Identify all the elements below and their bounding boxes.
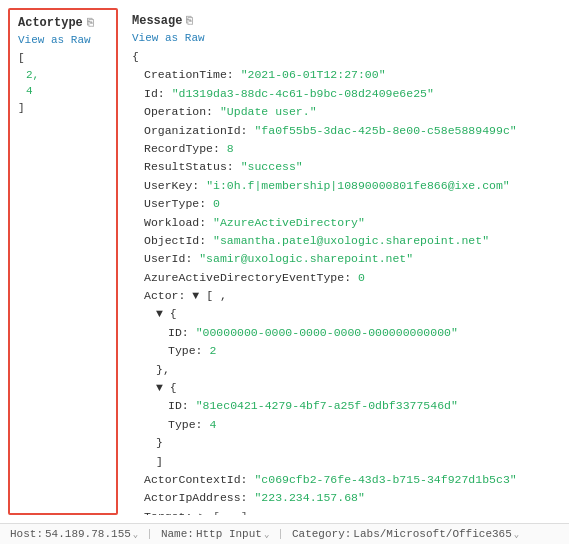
left-panel-view-raw-link[interactable]: View as Raw [18, 34, 108, 46]
footer-category-value: Labs/Microsoft/Office365 [353, 528, 511, 540]
user-type-val: 0 [213, 197, 220, 210]
json-object-id: ObjectId: "samantha.patel@uxologic.share… [132, 232, 553, 250]
azure-event-val: 0 [358, 271, 365, 284]
actor-obj1-close: }, [132, 361, 553, 379]
actor-comma: , [220, 289, 227, 302]
actor-type2: Type: 4 [132, 416, 553, 434]
json-azure-event: AzureActiveDirectoryEventType: 0 [132, 269, 553, 287]
actor-id1-val: "00000000-0000-0000-0000-000000000000" [196, 326, 458, 339]
name-chevron-icon: ⌄ [264, 529, 269, 540]
main-content: Actortype ⎘ View as Raw [ 2, 4 ] Message… [0, 0, 569, 523]
json-actor-ip: ActorIpAddress: "223.234.157.68" [132, 489, 553, 507]
footer-category[interactable]: Category: Labs/Microsoft/Office365 ⌄ [292, 528, 519, 540]
footer-host-label: Host: [10, 528, 43, 540]
actor-obj2-close: } [132, 434, 553, 452]
workload-key: Workload: [144, 216, 206, 229]
actor-key: Actor: [144, 289, 185, 302]
actor-id2-key: ID: [168, 399, 189, 412]
actor-context-key: ActorContextId: [144, 473, 248, 486]
json-id: Id: "d1319da3-88dc-4c61-b9bc-08d2409e6e2… [132, 85, 553, 103]
footer-host[interactable]: Host: 54.189.78.155 ⌄ [10, 528, 138, 540]
footer-name[interactable]: Name: Http Input ⌄ [161, 528, 269, 540]
footer-sep-2: | [277, 528, 284, 540]
json-user-id: UserId: "samir@uxologic.sharepoint.net" [132, 250, 553, 268]
json-result-status: ResultStatus: "success" [132, 158, 553, 176]
json-actor-context: ActorContextId: "c069cfb2-76fe-43d3-b715… [132, 471, 553, 489]
actor-obj1-open[interactable]: ▼ { [132, 305, 553, 323]
category-chevron-icon: ⌄ [514, 529, 519, 540]
right-panel-title: Message ⎘ [132, 14, 553, 28]
user-key-val: "i:0h.f|membership|10890000801fe866@ixe.… [206, 179, 510, 192]
left-panel-code: [ 2, 4 ] [18, 50, 108, 116]
workload-val: "AzureActiveDirectory" [213, 216, 365, 229]
azure-event-key: AzureActiveDirectoryEventType: [144, 271, 351, 284]
json-record-type: RecordType: 8 [132, 140, 553, 158]
id-val: "d1319da3-88dc-4c61-b9bc-08d2409e6e25" [172, 87, 434, 100]
left-panel-copy-icon[interactable]: ⎘ [87, 17, 94, 29]
actor-obj2-open[interactable]: ▼ { [132, 379, 553, 397]
footer-name-label: Name: [161, 528, 194, 540]
result-status-val: "success" [241, 160, 303, 173]
actor-ip-key: ActorIpAddress: [144, 491, 248, 504]
actor-ip-val: "223.234.157.68" [254, 491, 364, 504]
json-open-brace: { [132, 48, 553, 66]
right-panel: Message ⎘ View as Raw { CreationTime: "2… [124, 8, 561, 515]
json-operation: Operation: "Update user." [132, 103, 553, 121]
actor-id2: ID: "81ec0421-4279-4bf7-a25f-0dbf3377546… [132, 397, 553, 415]
json-workload: Workload: "AzureActiveDirectory" [132, 214, 553, 232]
actor-type1-key: Type: [168, 344, 203, 357]
left-panel-title-text: Actortype [18, 16, 83, 30]
actor-id2-val: "81ec0421-4279-4bf7-a25f-0dbf3377546d" [196, 399, 458, 412]
actor-type1: Type: 2 [132, 342, 553, 360]
record-type-val: 8 [227, 142, 234, 155]
result-status-key: ResultStatus: [144, 160, 234, 173]
id-key: Id: [144, 87, 165, 100]
left-value-1: 2, [18, 67, 108, 84]
actor-bracket-close: ] [132, 453, 553, 471]
footer: Host: 54.189.78.155 ⌄ | Name: Http Input… [0, 523, 569, 544]
target-val[interactable]: ▶ [ … ] [199, 510, 247, 515]
actor-context-val: "c069cfb2-76fe-43d3-b715-34f927d1b5c3" [254, 473, 516, 486]
json-block: { CreationTime: "2021-06-01T12:27:00" Id… [132, 48, 553, 515]
right-panel-view-raw-link[interactable]: View as Raw [132, 32, 553, 44]
footer-category-label: Category: [292, 528, 351, 540]
json-user-type: UserType: 0 [132, 195, 553, 213]
actor-type2-val: 4 [209, 418, 216, 431]
footer-host-value: 54.189.78.155 [45, 528, 131, 540]
actor-id1: ID: "00000000-0000-0000-0000-00000000000… [132, 324, 553, 342]
user-id-val: "samir@uxologic.sharepoint.net" [199, 252, 413, 265]
object-id-val: "samantha.patel@uxologic.sharepoint.net" [213, 234, 489, 247]
json-target: Target: ▶ [ … ] [132, 508, 553, 515]
footer-sep-1: | [146, 528, 153, 540]
actor-id1-key: ID: [168, 326, 189, 339]
user-key-key: UserKey: [144, 179, 199, 192]
record-type-key: RecordType: [144, 142, 220, 155]
json-org-id: OrganizationId: "fa0f55b5-3dac-425b-8e00… [132, 122, 553, 140]
actor-bracket[interactable]: ▼ [ [192, 289, 220, 302]
org-id-key: OrganizationId: [144, 124, 248, 137]
creation-time-val: "2021-06-01T12:27:00" [241, 68, 386, 81]
right-panel-title-text: Message [132, 14, 182, 28]
user-type-key: UserType: [144, 197, 206, 210]
json-actor-row: Actor: ▼ [ , [132, 287, 553, 305]
json-user-key: UserKey: "i:0h.f|membership|10890000801f… [132, 177, 553, 195]
actor-type2-key: Type: [168, 418, 203, 431]
left-panel: Actortype ⎘ View as Raw [ 2, 4 ] [8, 8, 118, 515]
creation-time-key: CreationTime: [144, 68, 234, 81]
host-chevron-icon: ⌄ [133, 529, 138, 540]
footer-name-value: Http Input [196, 528, 262, 540]
org-id-val: "fa0f55b5-3dac-425b-8e00-c58e5889499c" [254, 124, 516, 137]
user-id-key: UserId: [144, 252, 192, 265]
left-array-open: [ [18, 50, 108, 67]
json-creation-time: CreationTime: "2021-06-01T12:27:00" [132, 66, 553, 84]
left-array-close: ] [18, 100, 108, 117]
left-value-2: 4 [18, 83, 108, 100]
left-panel-title: Actortype ⎘ [18, 16, 108, 30]
operation-val: "Update user." [220, 105, 317, 118]
target-key: Target: [144, 510, 192, 515]
right-panel-copy-icon[interactable]: ⎘ [186, 15, 193, 27]
actor-type1-val: 2 [209, 344, 216, 357]
object-id-key: ObjectId: [144, 234, 206, 247]
operation-key: Operation: [144, 105, 213, 118]
